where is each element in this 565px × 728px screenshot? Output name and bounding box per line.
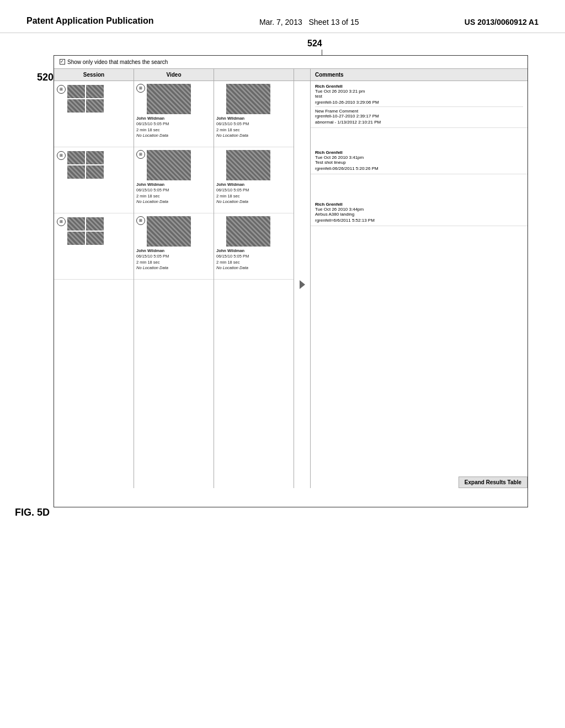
comment-text-2: Test shot lineup (315, 160, 523, 165)
video-col-1-body: ⊞ John Wildman 06/15/10 5:05 PM 2 min 18… (134, 81, 214, 488)
video-info-1-1: John Wildman 06/15/10 5:05 PM 2 min 18 s… (136, 116, 211, 139)
video-cell-1-2: ⊞ John Wildman 06/15/10 5:05 PM 2 min 18… (134, 147, 214, 213)
expand-results-bar[interactable]: Expand Results Table (459, 477, 527, 488)
thumb-3d (86, 232, 104, 245)
checkbox-row[interactable]: Show only video that matches the search (54, 56, 527, 69)
thumb-3a (67, 217, 85, 231)
session-icon-1: ⊞ (57, 85, 66, 94)
thumb-3b (86, 217, 104, 231)
comments-area: Rich Grenfell Tue Oct 26 2010 3:21 pm te… (311, 81, 527, 488)
checkbox-label: Show only video that matches the search (67, 59, 168, 65)
comments-column: Comments Rich Grenfell Tue Oct 26 2010 3… (311, 69, 527, 488)
video-cell-2-2: John Wildman 06/15/10 5:05 PM 2 min 18 s… (214, 147, 294, 213)
comment-date-3: Tue Oct 26 2010 3:44pm (315, 207, 523, 212)
thumb-1d (86, 99, 104, 113)
main-content: FIG. 5D 520 524 Show only video that mat… (0, 33, 565, 529)
video-cell-1-3: ⊞ John Wildman 06/15/10 5:05 PM 2 min 18… (134, 213, 214, 280)
publication-date: Mar. 7, 2013 Sheet 13 of 15 (259, 15, 359, 26)
scroll-right-arrow[interactable] (300, 280, 305, 289)
publication-title: Patent Application Publication (26, 15, 154, 27)
scroll-right-area (294, 81, 310, 488)
video-cell-2-3: John Wildman 06/15/10 5:05 PM 2 min 18 s… (214, 213, 294, 280)
thumb-2a (67, 151, 85, 164)
video-cell-2-1: John Wildman 06/15/10 5:05 PM 2 min 18 s… (214, 81, 294, 147)
comment-block-2: Rich Grenfell Tue Oct 26 2010 3:41pm Tes… (311, 128, 527, 174)
label-520: 520 (37, 72, 54, 83)
comment-block-1: Rich Grenfell Tue Oct 26 2010 3:21 pm te… (311, 81, 527, 128)
video-cell-1-1: ⊞ John Wildman 06/15/10 5:05 PM 2 min 18… (134, 81, 214, 147)
comments-header: Comments (311, 69, 527, 81)
ui-box: Show only video that matches the search … (54, 55, 528, 507)
video-info-2-3: John Wildman 06/15/10 5:05 PM 2 min 18 s… (216, 248, 291, 271)
comment-date-1: Tue Oct 26 2010 3:21 pm (315, 89, 523, 94)
video-thumb-2-2 (226, 150, 270, 180)
label-524: 524 (307, 39, 322, 49)
video-icon-1-2: ⊞ (136, 150, 145, 159)
video-icon-1-1: ⊞ (136, 84, 145, 93)
session-col-body: 522 ⊞ (54, 81, 134, 488)
video-info-1-3: John Wildman 06/15/10 5:05 PM 2 min 18 s… (136, 248, 211, 271)
comment-sub-1: rgrenfell-10-26-2010 3:29:06 PM (315, 100, 523, 105)
comment-user-2: Rich Grenfell (315, 150, 523, 155)
thumb-1c (67, 99, 85, 113)
patent-number: US 2013/0060912 A1 (465, 15, 539, 26)
comment-user-3: Rich Grenfell (315, 202, 523, 207)
video-column-3 (294, 69, 311, 488)
comment-block-3: Rich Grenfell Tue Oct 26 2010 3:44pm Air… (311, 174, 527, 226)
comment-sub-3: rgrenfell=6/6/2011 5:52:13 PM (315, 218, 523, 223)
session-icon-2: ⊞ (57, 151, 66, 160)
video-header-2 (214, 69, 294, 81)
session-header: Session (54, 69, 134, 81)
comment-text-1: test (315, 94, 523, 99)
video-header-1: Video (134, 69, 214, 81)
video-icon-1-3: ⊞ (136, 216, 145, 225)
video-thumb-2-3 (226, 216, 270, 247)
show-video-checkbox[interactable] (60, 59, 65, 65)
comment-date-2: Tue Oct 26 2010 3:41pm (315, 155, 523, 160)
thumb-2d (86, 165, 104, 179)
video-header-3 (294, 69, 310, 81)
thumb-2c (67, 165, 85, 179)
video-column-2: John Wildman 06/15/10 5:05 PM 2 min 18 s… (214, 69, 294, 488)
video-column-1: Video ⊞ John Wildman 06/15/10 5:05 PM 2 … (134, 69, 214, 488)
video-thumb-1-3 (147, 216, 191, 247)
session-row-3: 522 ⊞ (54, 213, 134, 280)
comment-sub-2: rgrenfell-06/26/2011 5:20:26 PM (315, 166, 523, 171)
thumb-3c (67, 232, 85, 245)
comment-user-1: Rich Grenfell (315, 84, 523, 89)
session-row-1: 522 ⊞ (54, 81, 134, 147)
video-col-2-body: John Wildman 06/15/10 5:05 PM 2 min 18 s… (214, 81, 294, 488)
thumb-1b (86, 85, 104, 98)
session-column: Session 522 ⊞ (54, 69, 134, 488)
video-info-2-2: John Wildman 06/15/10 5:05 PM 2 min 18 s… (216, 182, 291, 205)
video-info-1-2: John Wildman 06/15/10 5:05 PM 2 min 18 s… (136, 182, 211, 205)
comment-extra-1: New Frame Comment rgrenfell-10-27-2010 2… (315, 106, 523, 125)
video-thumb-1-2 (147, 150, 191, 180)
figure-label: FIG. 5D (15, 507, 50, 518)
thumb-1a (67, 85, 85, 98)
video-thumb-2-1 (226, 84, 270, 114)
page-header: Patent Application Publication Mar. 7, 2… (0, 0, 565, 33)
video-info-2-1: John Wildman 06/15/10 5:05 PM 2 min 18 s… (216, 116, 291, 139)
session-icon-3: ⊞ (57, 217, 66, 226)
comment-text-3: Airbus A380 landing (315, 212, 523, 217)
session-row-2: 522 ⊞ (54, 147, 134, 213)
video-thumb-1-1 (147, 84, 191, 114)
thumb-2b (86, 151, 104, 164)
